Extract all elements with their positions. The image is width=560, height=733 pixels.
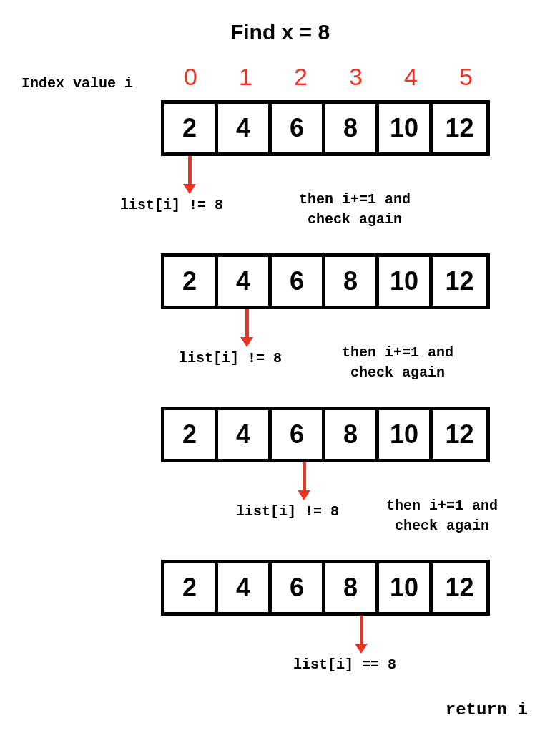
cell: 8 (325, 257, 379, 306)
cell: 10 (379, 257, 433, 306)
step2-right-line2: check again (350, 364, 445, 381)
return-text: return i (446, 700, 528, 719)
cell: 6 (272, 563, 325, 612)
step3-right-line1: then i+=1 and (386, 497, 498, 514)
array-step-4: 2 4 6 8 10 12 (161, 560, 490, 616)
cell: 4 (218, 410, 272, 459)
cell: 2 (164, 563, 218, 612)
cell: 4 (218, 104, 272, 152)
cell: 10 (379, 104, 433, 152)
cell: 6 (272, 257, 325, 306)
step2-right-line1: then i+=1 and (342, 344, 453, 361)
step2-right: then i+=1 and check again (342, 343, 453, 383)
array-step-2: 2 4 6 8 10 12 (161, 253, 490, 309)
step3-right-line2: check again (395, 518, 489, 534)
cell: 12 (433, 257, 486, 306)
arrow-icon (355, 616, 368, 654)
index-3: 3 (328, 63, 383, 91)
arrow-icon (183, 156, 196, 194)
step3-result: list[i] != 8 (236, 503, 339, 520)
cell: 12 (433, 563, 486, 612)
cell: 4 (218, 563, 272, 612)
title: Find x = 8 (0, 20, 560, 44)
index-2: 2 (273, 63, 328, 91)
cell: 2 (164, 104, 218, 152)
step1-right: then i+=1 and check again (299, 190, 411, 230)
step3-right: then i+=1 and check again (386, 496, 498, 536)
step2-result: list[i] != 8 (179, 350, 282, 366)
step1-result: list[i] != 8 (120, 197, 223, 213)
cell: 10 (379, 563, 433, 612)
cell: 10 (379, 410, 433, 459)
array-step-1: 2 4 6 8 10 12 (161, 100, 490, 156)
cell: 12 (433, 104, 486, 152)
cell: 2 (164, 410, 218, 459)
step1-right-line2: check again (308, 211, 402, 228)
index-row: 0 1 2 3 4 5 (163, 63, 493, 91)
index-1: 1 (218, 63, 273, 91)
cell: 4 (218, 257, 272, 306)
arrow-icon (298, 462, 310, 500)
array-step-3: 2 4 6 8 10 12 (161, 407, 490, 462)
index-4: 4 (383, 63, 438, 91)
cell: 8 (325, 563, 379, 612)
cell: 6 (272, 104, 325, 152)
step1-right-line1: then i+=1 and (299, 191, 411, 208)
cell: 12 (433, 410, 486, 459)
cell: 8 (325, 410, 379, 459)
step4-result: list[i] == 8 (293, 656, 396, 673)
cell: 2 (164, 257, 218, 306)
index-5: 5 (438, 63, 493, 91)
cell: 6 (272, 410, 325, 459)
index-0: 0 (163, 63, 218, 91)
arrow-icon (240, 309, 253, 347)
index-label: Index value i (21, 75, 133, 92)
cell: 8 (325, 104, 379, 152)
